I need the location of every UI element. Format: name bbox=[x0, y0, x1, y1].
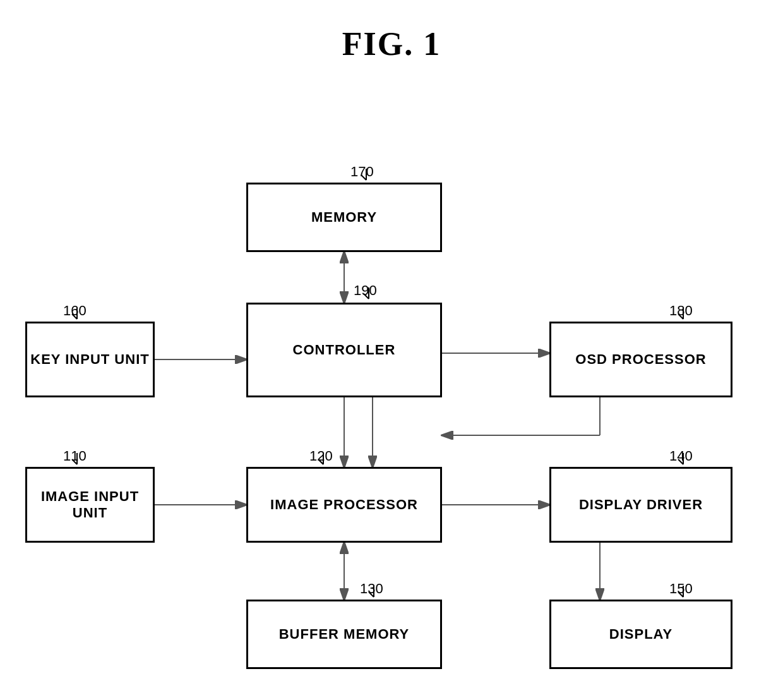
svg-line-20 bbox=[72, 459, 77, 464]
image-input-block: IMAGE INPUT UNIT bbox=[25, 467, 155, 543]
buffer-memory-block: BUFFER MEMORY bbox=[246, 600, 442, 669]
display-driver-block: DISPLAY DRIVER bbox=[549, 467, 732, 543]
page-title: FIG. 1 bbox=[0, 0, 783, 63]
svg-line-18 bbox=[72, 314, 77, 319]
svg-line-16 bbox=[364, 294, 369, 299]
image-processor-block: IMAGE PROCESSOR bbox=[246, 467, 442, 543]
memory-block: MEMORY bbox=[246, 183, 442, 252]
svg-line-30 bbox=[678, 592, 683, 597]
svg-line-24 bbox=[369, 592, 374, 597]
svg-line-26 bbox=[678, 314, 683, 319]
key-input-block: KEY INPUT UNIT bbox=[25, 322, 155, 397]
svg-line-22 bbox=[318, 459, 323, 464]
svg-line-28 bbox=[678, 459, 683, 464]
osd-processor-block: OSD PROCESSOR bbox=[549, 322, 732, 397]
svg-line-14 bbox=[361, 175, 366, 180]
controller-block: CONTROLLER bbox=[246, 303, 442, 397]
display-block: DISPLAY bbox=[549, 600, 732, 669]
